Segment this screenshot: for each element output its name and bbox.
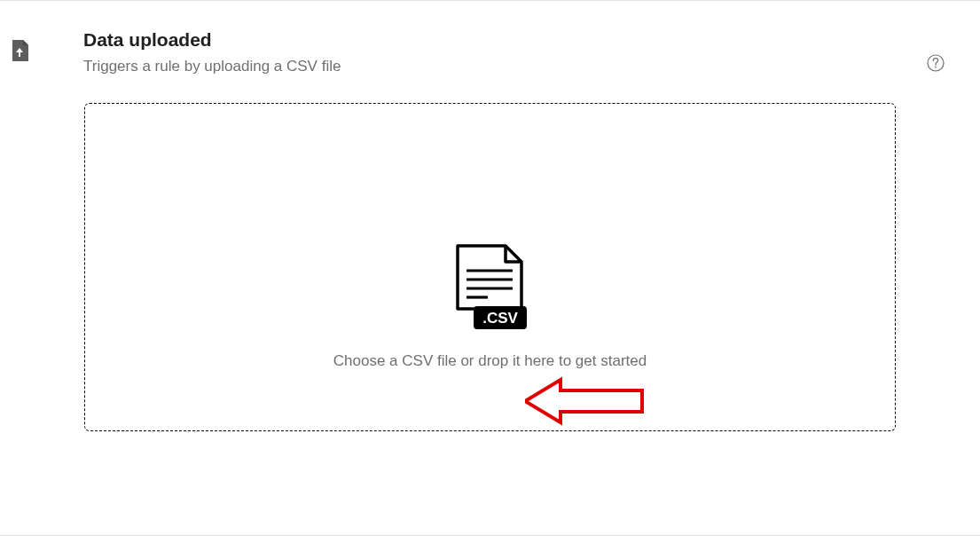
file-drop-area[interactable]: .CSV Choose a CSV file or drop it here t… (84, 103, 896, 431)
file-upload-icon (11, 40, 28, 61)
svg-text:.CSV: .CSV (482, 310, 518, 327)
page-title: Data uploaded (83, 28, 341, 51)
help-icon[interactable] (927, 54, 945, 72)
header-left-group: Data uploaded Triggers a rule by uploadi… (11, 28, 927, 76)
page-header: Data uploaded Triggers a rule by uploadi… (0, 1, 980, 76)
drop-instruction-text: Choose a CSV file or drop it here to get… (333, 352, 647, 370)
csv-file-icon: .CSV (451, 244, 530, 333)
page-subtitle: Triggers a rule by uploading a CSV file (83, 57, 341, 76)
title-block: Data uploaded Triggers a rule by uploadi… (83, 28, 341, 76)
svg-point-1 (935, 67, 937, 68)
